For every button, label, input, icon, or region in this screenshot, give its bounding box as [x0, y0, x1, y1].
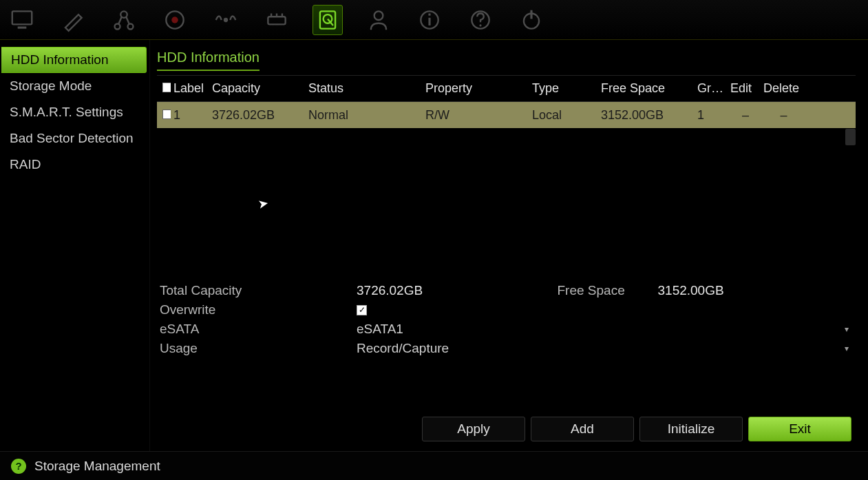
col-free-space: Free Space: [598, 81, 695, 96]
table-row[interactable]: 1 3726.02GB Normal R/W Local 3152.00GB 1…: [157, 102, 856, 128]
svg-point-7: [224, 17, 228, 21]
exit-button[interactable]: Exit: [748, 417, 851, 441]
motion-icon[interactable]: [211, 5, 241, 35]
svg-point-4: [128, 23, 134, 29]
svg-rect-13: [428, 17, 430, 25]
hdd-table: Label Capacity Status Property Type Free…: [157, 75, 856, 283]
svg-rect-0: [12, 11, 32, 24]
monitor-icon[interactable]: [7, 5, 37, 35]
sidebar-item-hdd-information[interactable]: HDD Information: [1, 47, 147, 73]
cell-capacity: 3726.02GB: [209, 108, 306, 123]
esata-value: eSATA1: [357, 322, 403, 337]
col-delete: Delete: [761, 81, 804, 96]
cell-free-space: 3152.00GB: [598, 108, 695, 123]
user-icon[interactable]: [363, 5, 394, 35]
free-space-label: Free Space: [555, 283, 658, 298]
col-status: Status: [306, 81, 423, 96]
svg-rect-14: [428, 13, 430, 15]
cell-delete[interactable]: –: [761, 108, 804, 123]
button-row: Apply Add Initialize Exit: [157, 410, 856, 451]
row-checkbox[interactable]: [162, 109, 171, 119]
sidebar-item-label: Bad Sector Detection: [10, 131, 134, 146]
esata-select[interactable]: eSATA1 ▾: [357, 322, 856, 337]
overwrite-checkbox[interactable]: ✓: [357, 305, 367, 315]
help-icon[interactable]: [465, 5, 496, 35]
hdd-icon[interactable]: [313, 5, 343, 35]
free-space-value: 3152.00GB: [658, 283, 856, 298]
table-scrollbar[interactable]: [157, 128, 856, 283]
add-button[interactable]: Add: [531, 417, 634, 441]
svg-rect-8: [268, 17, 285, 24]
sidebar-item-label: RAID: [10, 157, 41, 172]
svg-point-3: [115, 23, 120, 29]
esata-label: eSATA: [157, 322, 357, 337]
overwrite-label: Overwrite: [157, 302, 357, 317]
info-icon[interactable]: [414, 5, 445, 35]
page-title: HDD Information: [157, 45, 260, 71]
usage-select[interactable]: Record/Capture ▾: [357, 341, 856, 356]
summary-panel: Total Capacity 3726.02GB Free Space 3152…: [157, 283, 856, 356]
chevron-down-icon: ▾: [845, 344, 849, 353]
cell-property: R/W: [423, 108, 529, 123]
cell-edit[interactable]: –: [728, 108, 761, 123]
main-panel: HDD Information Label Capacity Status Pr…: [150, 40, 868, 451]
sidebar-item-bad-sector[interactable]: Bad Sector Detection: [0, 125, 149, 152]
help-badge-icon[interactable]: ?: [11, 459, 26, 474]
sidebar-item-storage-mode[interactable]: Storage Mode: [0, 73, 149, 99]
cell-status: Normal: [306, 108, 423, 123]
record-icon[interactable]: [160, 5, 190, 35]
scroll-thumb[interactable]: [845, 129, 856, 145]
footer: ? Storage Management: [0, 451, 868, 480]
sidebar-item-label: HDD Information: [11, 52, 109, 67]
initialize-button[interactable]: Initialize: [639, 417, 743, 441]
col-property: Property: [423, 81, 529, 96]
svg-point-11: [374, 11, 383, 20]
chevron-down-icon: ▾: [845, 324, 849, 334]
col-edit: Edit: [728, 81, 761, 96]
col-capacity: Capacity: [209, 81, 306, 96]
network-icon[interactable]: [109, 5, 139, 35]
svg-point-6: [171, 17, 178, 23]
svg-rect-1: [18, 26, 27, 28]
usage-value: Record/Capture: [357, 341, 449, 356]
svg-rect-18: [530, 10, 532, 19]
cell-type: Local: [529, 108, 598, 123]
sidebar: HDD Information Storage Mode S.M.A.R.T. …: [0, 40, 150, 451]
sidebar-item-label: Storage Mode: [10, 79, 92, 94]
sidebar-item-smart-settings[interactable]: S.M.A.R.T. Settings: [0, 99, 149, 125]
total-capacity-label: Total Capacity: [157, 283, 357, 298]
col-label: Label: [171, 81, 209, 96]
footer-title: Storage Management: [34, 459, 160, 474]
sidebar-item-raid[interactable]: RAID: [0, 152, 149, 178]
svg-point-16: [479, 24, 481, 26]
cell-group: 1: [695, 108, 728, 123]
cell-label: 1: [171, 108, 209, 123]
pencil-icon[interactable]: [58, 5, 88, 35]
top-toolbar: [0, 0, 868, 40]
io-icon[interactable]: [262, 5, 292, 35]
power-icon[interactable]: [516, 5, 547, 35]
select-all-checkbox[interactable]: [162, 83, 171, 92]
usage-label: Usage: [157, 341, 357, 356]
sidebar-item-label: S.M.A.R.T. Settings: [10, 105, 123, 120]
apply-button[interactable]: Apply: [422, 417, 525, 441]
table-header-row: Label Capacity Status Property Type Free…: [157, 76, 856, 102]
total-capacity-value: 3726.02GB: [357, 283, 555, 298]
col-type: Type: [529, 81, 598, 96]
col-group: Gro...: [695, 81, 728, 96]
